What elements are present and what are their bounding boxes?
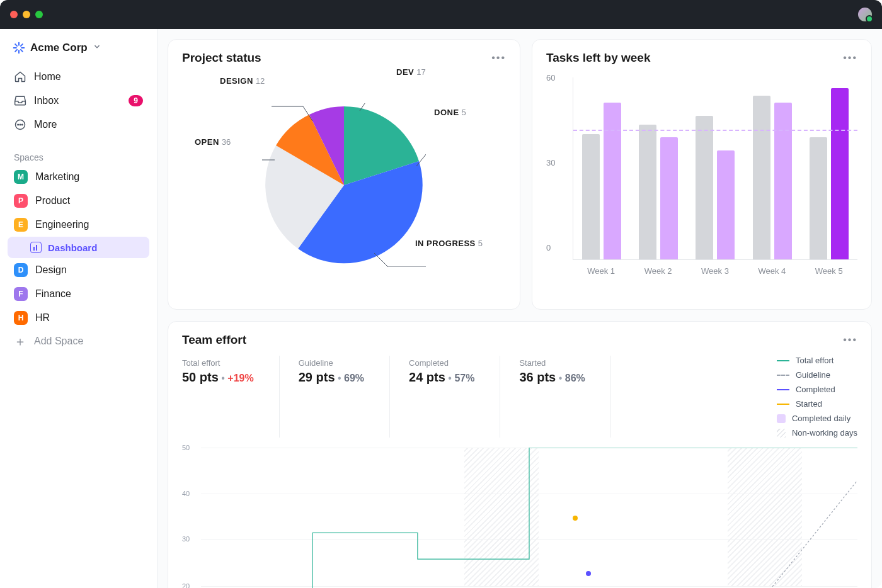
minimize-window-icon[interactable] [23,11,30,18]
svg-line-6 [15,50,17,52]
space-engineering-icon: E [14,218,28,232]
titlebar [0,0,882,29]
card-title: Team effort [182,333,246,347]
x-label: Week 4 [758,266,786,276]
nav-inbox[interactable]: Inbox 9 [8,89,149,112]
svg-line-5 [21,50,23,52]
space-product-icon: P [14,194,28,208]
space-finance-icon: F [14,287,28,301]
space-label: Finance [35,288,71,300]
card-menu-icon[interactable]: ••• [843,334,857,346]
dashboard-label: Dashboard [48,242,97,253]
nav-inbox-label: Inbox [34,95,59,106]
space-label: Marketing [35,171,79,183]
maximize-window-icon[interactable] [35,11,43,18]
y-tick: 40 [182,490,190,497]
plus-icon: ＋ [14,335,26,348]
inbox-icon [14,94,26,107]
card-menu-icon[interactable]: ••• [843,52,857,64]
y-tick: 30 [546,158,555,167]
dashboard-icon [30,242,42,253]
x-label: Week 1 [587,266,615,276]
nav-home-label: Home [34,71,61,82]
add-space-button[interactable]: ＋ Add Space [8,330,149,353]
home-icon [14,71,26,83]
y-tick: 50 [182,444,190,451]
workspace-name: Acme Corp [30,42,88,54]
workspace-logo-icon [13,42,25,54]
chevron-down-icon [93,42,101,54]
space-label: Product [35,195,70,206]
space-label: HR [35,312,50,324]
metric-guideline: Guideline 29 pts • 69% [299,356,390,438]
svg-line-7 [21,44,23,46]
main-content: Project status ••• [158,29,882,588]
bar-group-week-2 [639,77,678,259]
space-marketing-icon: M [14,170,28,184]
spaces-section-label: Spaces [8,150,149,165]
space-marketing[interactable]: M Marketing [8,165,149,189]
add-space-label: Add Space [34,336,83,347]
metric-completed: Completed 24 pts • 57% [409,356,500,438]
y-tick: 20 [182,582,190,588]
avatar[interactable] [857,6,873,23]
card-title: Project status [182,51,261,65]
space-design-icon: D [14,263,28,277]
nav-home[interactable]: Home [8,65,149,88]
nav-more[interactable]: More [8,113,149,136]
card-menu-icon[interactable]: ••• [491,52,506,64]
bar-group-week-4 [753,77,792,259]
window-controls [10,11,43,18]
space-hr-icon: H [14,311,28,325]
effort-legend: Total effort Guideline Completed Started… [777,356,857,438]
effort-line-chart: 50 40 30 20 [182,448,857,586]
project-status-card: Project status ••• [168,39,520,310]
metric-started: Started 36 pts • 86% [519,356,610,438]
space-finance[interactable]: F Finance [8,282,149,306]
y-tick: 30 [182,535,190,543]
svg-point-10 [20,124,21,125]
sidebar-item-dashboard[interactable]: Dashboard [8,237,149,258]
x-label: Week 3 [701,266,729,276]
svg-point-9 [18,124,19,125]
space-label: Engineering [35,219,89,230]
team-effort-card: Team effort ••• Total effort 50 pts • +1… [168,321,872,588]
svg-point-11 [22,124,23,125]
guideline-line [573,130,857,131]
pie-chart [262,103,426,267]
bar-group-week-1 [582,77,621,259]
space-design[interactable]: D Design [8,258,149,282]
space-label: Design [35,264,67,276]
space-hr[interactable]: H HR [8,306,149,330]
x-label: Week 2 [644,266,672,276]
space-engineering[interactable]: E Engineering [8,213,149,237]
workspace-switcher[interactable]: Acme Corp [8,38,149,58]
bar-chart: 60 30 0 [546,65,857,298]
bar-group-week-3 [696,77,735,259]
inbox-badge: 9 [129,95,143,106]
y-tick: 60 [546,73,555,82]
nav-more-label: More [34,119,57,130]
more-icon [14,118,26,131]
svg-line-4 [15,44,17,46]
sidebar: Acme Corp Home Inbox 9 [0,29,158,588]
tasks-by-week-card: Tasks left by week ••• 60 30 0 [532,39,872,310]
x-label: Week 5 [815,266,843,276]
space-product[interactable]: P Product [8,189,149,213]
card-title: Tasks left by week [546,51,650,65]
bar-group-week-5 [810,77,849,259]
y-tick: 0 [546,243,551,252]
metric-total-effort: Total effort 50 pts • +19% [182,356,280,438]
close-window-icon[interactable] [10,11,18,18]
